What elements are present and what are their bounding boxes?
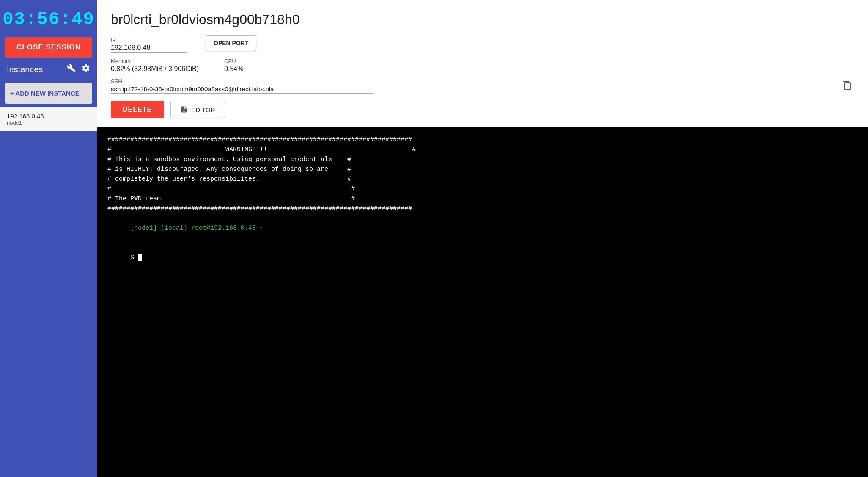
terminal[interactable]: ########################################… [97,127,868,477]
instance-name: node1 [7,120,91,126]
prompt-root: root@192.168.0.48 ~ [191,225,264,232]
instances-label: Instances [7,65,43,74]
info-panel: br0lcrti_br0ldviosm4g00b718h0 IP 192.168… [97,0,868,127]
ip-open-row: IP 192.168.0.48 OPEN PORT [111,35,854,53]
terminal-input-line: $ [107,243,858,273]
terminal-line: # WARNING!!!! # [107,145,858,154]
terminal-cursor [138,254,142,261]
instance-title: br0lcrti_br0ldviosm4g00b718h0 [111,12,854,27]
instance-item[interactable]: 192.168.0.48 node1 [0,107,97,131]
delete-button[interactable]: DELETE [111,101,164,118]
ip-value: 192.168.0.48 [111,44,187,53]
terminal-line: # completely the user's responsibilites.… [107,174,858,184]
gear-icon[interactable] [81,63,91,75]
timer-display: 03:56:49 [0,0,97,37]
memory-label: Memory [111,58,199,64]
ssh-block: SSH ssh ip172-18-0-38-br0lcrtim9m000a8as… [111,78,834,94]
terminal-line: ########################################… [107,204,858,214]
wrench-icon[interactable] [67,63,76,75]
prompt-local: (local) [161,225,191,232]
prompt-node1: [node1] [130,225,161,232]
instance-ip: 192.168.0.48 [7,112,91,120]
editor-button[interactable]: EDITOR [170,101,225,118]
memory-value: 0.82% (32.98MiB / 3.906GiB) [111,65,199,74]
cpu-value: 0.54% [224,65,300,74]
mem-cpu-row: Memory 0.82% (32.98MiB / 3.906GiB) CPU 0… [111,58,854,74]
editor-label: EDITOR [191,106,215,113]
copy-ssh-button[interactable] [839,80,854,94]
terminal-line: ########################################… [107,135,858,145]
ssh-row: SSH ssh ip172-18-0-38-br0lcrtim9m000a8as… [111,78,854,94]
terminal-line: # is HIGHLY! discouraged. Any consequenc… [107,164,858,174]
prompt-dollar: $ [130,254,138,261]
memory-block: Memory 0.82% (32.98MiB / 3.906GiB) [111,58,199,74]
sidebar: 03:56:49 CLOSE SESSION Instances + ADD N… [0,0,97,477]
ssh-label: SSH [111,78,834,85]
open-port-button[interactable]: OPEN PORT [206,35,256,51]
terminal-line: # # [107,184,858,194]
cpu-label: CPU [224,58,300,64]
main-content: br0lcrti_br0ldviosm4g00b718h0 IP 192.168… [97,0,868,477]
instance-list: 192.168.0.48 node1 [0,107,97,131]
close-session-button[interactable]: CLOSE SESSION [5,37,92,58]
terminal-line: # This is a sandbox environment. Using p… [107,155,858,164]
ip-label: IP [111,37,187,43]
ssh-value: ssh ip172-18-0-38-br0lcrtim9m000a8ass0@d… [111,85,373,94]
add-new-instance-button[interactable]: + ADD NEW INSTANCE [5,83,92,104]
action-row: DELETE EDITOR [111,101,854,118]
instances-header: Instances [0,58,97,81]
terminal-line: # The PWD team. # [107,194,858,204]
ip-block: IP 192.168.0.48 [111,37,187,53]
instances-icons [67,63,91,75]
terminal-prompt-line: [node1] (local) root@192.168.0.48 ~ [107,214,858,243]
cpu-block: CPU 0.54% [224,58,300,74]
